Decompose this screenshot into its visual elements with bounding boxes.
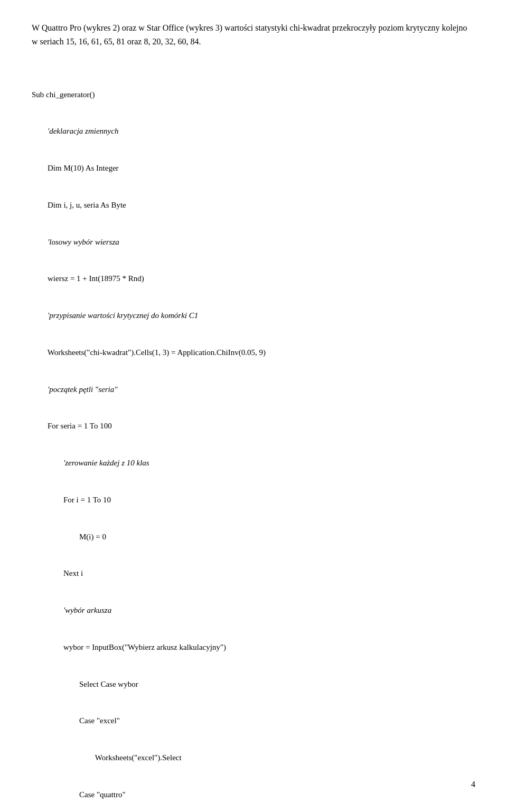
comment-deklaracja: 'deklaracja zmiennych: [32, 125, 475, 137]
dim-iju: Dim i, j, u, seria As Byte: [32, 199, 475, 211]
comment-przypisanie: 'przypisanie wartości krytycznej do komó…: [32, 310, 475, 322]
page-number: 4: [471, 778, 475, 791]
case-excel: Case "excel": [32, 715, 475, 727]
case-quattro: Case "quattro": [32, 789, 475, 801]
intro-paragraph: W Quattro Pro (wykres 2) oraz w Star Off…: [32, 21, 475, 48]
wybor-input: wybor = InputBox("Wybierz arkusz kalkula…: [32, 641, 475, 654]
comment-losowy: 'losowy wybór wiersza: [32, 236, 475, 248]
worksheets-excel: Worksheets("excel").Select: [32, 752, 475, 764]
comment-zerowanie: 'zerowanie każdej z 10 klas: [32, 457, 475, 469]
code-block: Sub chi_generator() 'deklaracja zmiennyc…: [32, 64, 475, 812]
mi-0: M(i) = 0: [32, 531, 475, 543]
comment-poczatek: 'początek pętli "seria": [32, 384, 475, 396]
next-i: Next i: [32, 567, 475, 580]
select-case: Select Case wybor: [32, 678, 475, 690]
comment-wybor: 'wybór arkusza: [32, 604, 475, 617]
worksheets-chi: Worksheets("chi-kwadrat").Cells(1, 3) = …: [32, 347, 475, 359]
for-i: For i = 1 To 10: [32, 494, 475, 506]
for-seria: For seria = 1 To 100: [32, 420, 475, 432]
wiersz: wiersz = 1 + Int(18975 * Rnd): [32, 273, 475, 285]
sub-declaration: Sub chi_generator(): [32, 89, 475, 101]
dim-m: Dim M(10) As Integer: [32, 162, 475, 174]
